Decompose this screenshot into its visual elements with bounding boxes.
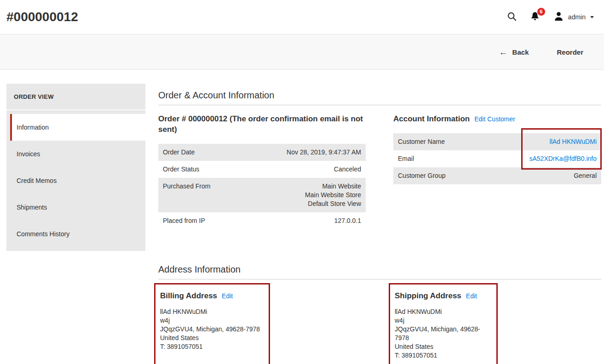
order-status-value: Canceled xyxy=(242,161,366,178)
billing-address-title: Billing Address xyxy=(160,290,217,301)
placed-from-ip-value: 127.0.0.1 xyxy=(242,212,366,229)
sidebar-items: Information Invoices Credit Memos Shipme… xyxy=(6,110,145,247)
table-row: Email sA52XDrKa@fdfB0.info xyxy=(393,150,601,167)
content-area: ORDER VIEW Information Invoices Credit M… xyxy=(0,70,604,364)
user-icon xyxy=(553,11,564,24)
purchased-from-value: Main Website Main Website Store Default … xyxy=(242,178,366,212)
billing-address-card: Billing Address Edit llAd HKNWuDMi w4j J… xyxy=(154,283,270,364)
shipping-line-name: llAd HKNWuDMi xyxy=(395,307,491,316)
shipping-line-phone: T: 3891057051 xyxy=(395,351,491,360)
page-title: #000000012 xyxy=(6,10,78,24)
shipping-address-title: Shipping Address xyxy=(395,290,461,301)
shipping-line-street: w4j xyxy=(395,316,491,325)
billing-address-text: llAd HKNWuDMi w4j JQqzGVU4, Michigan, 49… xyxy=(160,307,263,351)
billing-line-phone: T: 3891057051 xyxy=(160,342,263,351)
order-status-label: Order Status xyxy=(158,161,242,178)
order-date-value: Nov 28, 2019, 9:47:37 AM xyxy=(242,144,366,161)
sidebar-item-invoices[interactable]: Invoices xyxy=(6,141,145,167)
table-row: Order Date Nov 28, 2019, 9:47:37 AM xyxy=(158,144,366,161)
sidebar-item-credit-memos[interactable]: Credit Memos xyxy=(6,167,145,194)
account-info-table: Customer Name llAd HKNWuDMi Email sA52XD… xyxy=(393,133,601,184)
address-section-title: Address Information xyxy=(158,258,601,279)
notification-count-badge: 6 xyxy=(537,7,546,16)
reorder-button[interactable]: Reorder xyxy=(554,48,586,57)
page-actions-toolbar: ← Back Reorder xyxy=(0,34,604,70)
table-row: Order Status Canceled xyxy=(158,161,366,178)
back-button[interactable]: ← Back xyxy=(496,48,532,57)
back-arrow-icon: ← xyxy=(499,49,508,56)
header-actions: 6 admin xyxy=(506,11,594,24)
billing-line-country: United States xyxy=(160,334,263,342)
sidebar-item-information[interactable]: Information xyxy=(10,114,147,141)
notifications-button[interactable]: 6 xyxy=(529,11,541,23)
table-row: Placed from IP 127.0.0.1 xyxy=(158,212,366,229)
shipping-address-text: llAd HKNWuDMi w4j JQqzGVU4, Michigan, 49… xyxy=(395,307,491,360)
billing-line-name: llAd HKNWuDMi xyxy=(160,307,263,316)
table-row: Purchased From Main Website Main Website… xyxy=(158,178,366,212)
account-card-title: Account Information xyxy=(393,114,470,124)
admin-account-menu[interactable]: admin xyxy=(553,11,594,24)
billing-edit-link[interactable]: Edit xyxy=(222,292,233,300)
table-row: Customer Name llAd HKNWuDMi xyxy=(393,133,601,150)
back-button-label: Back xyxy=(512,48,529,56)
sidebar-title: ORDER VIEW xyxy=(6,84,145,110)
table-row: Customer Group General xyxy=(393,167,601,184)
shipping-line-city: JQqzGVU4, Michigan, 49628-7978 xyxy=(395,325,491,342)
order-information-card: Order # 000000012 (The order confirmatio… xyxy=(158,114,366,229)
search-button[interactable] xyxy=(506,11,517,23)
search-icon xyxy=(506,11,517,23)
customer-email-label: Email xyxy=(393,150,482,167)
page-header: #000000012 6 xyxy=(0,0,604,34)
order-info-table: Order Date Nov 28, 2019, 9:47:37 AM Orde… xyxy=(158,144,366,229)
sidebar-item-shipments[interactable]: Shipments xyxy=(6,194,145,221)
order-card-title: Order # 000000012 (The order confirmatio… xyxy=(158,114,366,135)
customer-name-link[interactable]: llAd HKNWuDMi xyxy=(550,138,597,145)
customer-name-label: Customer Name xyxy=(393,133,482,150)
shipping-line-country: United States xyxy=(395,342,491,351)
customer-group-value: General xyxy=(482,167,601,184)
purchased-from-label: Purchased From xyxy=(158,178,242,212)
placed-from-ip-label: Placed from IP xyxy=(158,212,242,229)
edit-customer-link[interactable]: Edit Customer xyxy=(474,115,515,123)
sidebar-item-comments-history[interactable]: Comments History xyxy=(6,221,145,247)
order-account-section-title: Order & Account Information xyxy=(158,84,601,105)
account-information-card: Account Information Edit Customer Custom… xyxy=(393,114,601,229)
billing-line-city: JQqzGVU4, Michigan, 49628-7978 xyxy=(160,325,263,334)
customer-email-link[interactable]: sA52XDrKa@fdfB0.info xyxy=(529,155,597,162)
billing-line-street: w4j xyxy=(160,316,263,325)
reorder-button-label: Reorder xyxy=(557,48,583,56)
order-date-label: Order Date xyxy=(158,144,242,161)
customer-group-label: Customer Group xyxy=(393,167,482,184)
admin-username: admin xyxy=(568,13,586,21)
shipping-edit-link[interactable]: Edit xyxy=(466,292,477,300)
order-view-sidebar: ORDER VIEW Information Invoices Credit M… xyxy=(6,84,145,251)
shipping-address-card: Shipping Address Edit llAd HKNWuDMi w4j … xyxy=(389,283,498,364)
chevron-down-icon xyxy=(590,16,594,18)
main-panel: Order & Account Information Order # 0000… xyxy=(158,84,601,364)
